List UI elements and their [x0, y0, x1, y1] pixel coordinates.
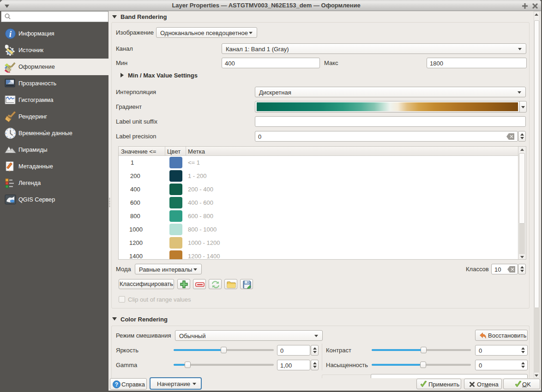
svg-text:?: ? [115, 381, 118, 388]
svg-text:i: i [9, 29, 12, 39]
